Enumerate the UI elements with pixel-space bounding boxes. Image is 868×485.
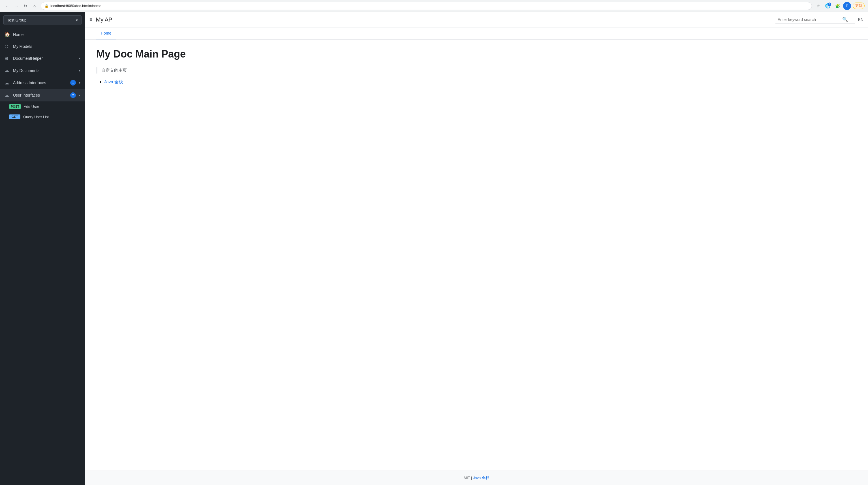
cloud-icon: ☁ [4,80,10,86]
chevron-down-icon: ▾ [79,68,81,73]
group-select[interactable]: Test Group ▾ [3,15,82,25]
refresh-button[interactable]: ↻ [22,2,29,10]
cloud-icon: ☁ [4,68,10,73]
sidebar-item-label: My Documents [13,68,76,73]
browser-chrome: ← → ↻ ⌂ 🔒 localhost:8080/doc.html#/home … [0,0,868,12]
description-line [96,67,97,74]
chevron-down-icon: ▾ [76,18,78,22]
home-icon: 🏠 [4,32,10,37]
search-input[interactable] [778,17,840,22]
get-badge: GET [9,114,20,119]
tab-home[interactable]: Home [96,27,116,39]
lock-icon: 🔒 [44,4,49,8]
chevron-down-icon: ▾ [79,81,81,85]
profile-button[interactable]: P [843,2,851,10]
update-button[interactable]: 更新 [853,3,865,9]
chevron-up-icon: ▴ [79,93,81,97]
browser-nav-buttons: ← → ↻ ⌂ [3,2,38,10]
address-interfaces-badge: 1 [70,80,76,86]
description-text: 自定义的主页 [101,67,127,74]
document-icon: ⊞ [4,56,10,61]
query-user-list-label: Query User List [23,115,49,119]
models-icon: ⬡ [4,44,10,49]
add-user-label: Add User [24,105,39,109]
page-title: My Doc Main Page [96,48,857,60]
sidebar-item-my-documents[interactable]: ☁ My Documents ▾ [0,64,85,77]
sidebar-item-label: User Interfaces [13,93,67,97]
main-content: Home My Doc Main Page 自定义的主页 Java 全栈 M [85,27,868,485]
menu-icon[interactable]: ≡ [89,17,93,23]
star-button[interactable]: ☆ [814,2,822,10]
back-button[interactable]: ← [3,2,11,10]
url-text: localhost:8080/doc.html#/home [51,4,101,8]
sidebar: Test Group ▾ 🏠 Home ⬡ My Models ⊞ Docume… [0,12,85,485]
tab-home-label: Home [101,31,111,35]
address-bar[interactable]: 🔒 localhost:8080/doc.html#/home [41,2,812,10]
list-item: Java 全栈 [104,79,857,85]
footer: MIT | Java 全栈 [85,470,868,485]
sidebar-sub-item-query-user-list[interactable]: GET Query User List [0,112,85,122]
sidebar-sub-item-add-user[interactable]: POST Add User [0,102,85,112]
browser-actions: ☆ 🌐 0 🧩 P 更新 [814,2,865,10]
sidebar-item-label: Home [13,32,81,37]
sidebar-item-home[interactable]: 🏠 Home [0,28,85,40]
content-wrapper: ≡ My API 🔍 EN Home My Doc Main Page 自 [85,12,868,485]
sidebar-item-document-helper[interactable]: ⊞ DocumentHelper ▾ [0,52,85,64]
footer-link[interactable]: Java 全栈 [473,476,489,480]
search-icon[interactable]: 🔍 [842,17,848,22]
search-bar[interactable]: 🔍 [775,16,855,24]
group-select-label: Test Group [7,18,26,22]
sidebar-item-label: My Models [13,44,81,49]
sidebar-item-user-interfaces[interactable]: ☁ User Interfaces 2 ▴ [0,89,85,102]
forward-button[interactable]: → [12,2,20,10]
home-button[interactable]: ⌂ [31,2,38,10]
tab-bar: Home [85,27,868,40]
description-block: 自定义的主页 [96,67,857,74]
translate-badge: 0 [828,3,831,6]
chevron-down-icon: ▾ [79,56,81,60]
sidebar-item-label: DocumentHelper [13,56,76,61]
footer-text: MIT | [464,476,473,480]
translate-wrapper: 🌐 0 [824,2,832,10]
cloud-icon: ☁ [4,93,10,98]
extensions-button[interactable]: 🧩 [833,2,841,10]
post-badge: POST [9,104,21,109]
app-title: My API [96,17,772,23]
content-area: My Doc Main Page 自定义的主页 Java 全栈 [85,40,868,470]
sidebar-nav: 🏠 Home ⬡ My Models ⊞ DocumentHelper ▾ ☁ … [0,28,85,485]
content-links: Java 全栈 [96,79,857,85]
language-selector[interactable]: EN [858,17,864,22]
user-interfaces-badge: 2 [70,92,76,98]
sidebar-item-address-interfaces[interactable]: ☁ Address Interfaces 1 ▾ [0,77,85,89]
java-fullstack-link[interactable]: Java 全栈 [104,79,123,84]
sidebar-item-label: Address Interfaces [13,81,67,85]
app-header: ≡ My API 🔍 EN [85,12,868,27]
app-layout: Test Group ▾ 🏠 Home ⬡ My Models ⊞ Docume… [0,12,868,485]
sidebar-item-my-models[interactable]: ⬡ My Models [0,40,85,52]
